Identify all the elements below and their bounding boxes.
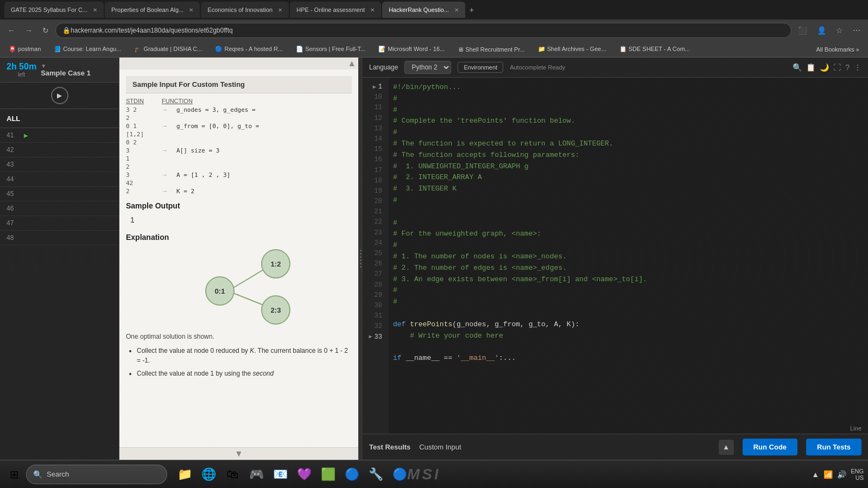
- line-num-42: 42: [7, 146, 20, 154]
- taskbar-app-files[interactable]: 📁: [174, 464, 195, 485]
- list-item[interactable]: 42: [0, 143, 119, 157]
- line-number-15: 15: [363, 144, 389, 155]
- code-line-32: [393, 341, 868, 353]
- bookmark-all[interactable]: All Bookmarks »: [812, 45, 864, 54]
- bookmark-shell[interactable]: 🖥 Shell Recruitment Pr...: [453, 45, 529, 54]
- scroll-up-btn[interactable]: ▲: [347, 59, 356, 68]
- help-icon[interactable]: ?: [845, 63, 850, 72]
- tab-boolean[interactable]: Properties of Boolean Alg... ✕: [105, 2, 200, 18]
- taskbar-app-game[interactable]: 🎮: [245, 464, 267, 485]
- search-bar[interactable]: 🔍 Search: [26, 465, 167, 484]
- custom-input-button[interactable]: Custom Input: [419, 443, 461, 451]
- autocomplete-btn[interactable]: Autocomplete Ready: [510, 64, 565, 71]
- bookmark-word[interactable]: 📝 Microsoft Word - 16...: [374, 45, 449, 54]
- back-button[interactable]: ←: [4, 24, 18, 37]
- taskbar-app-teams[interactable]: 💜: [293, 464, 315, 485]
- system-tray: ▲ 📶 🔊 ENG US: [812, 468, 864, 481]
- tab-hackerrank[interactable]: HackerRank Questio... ✕: [382, 2, 465, 18]
- line-number-30: 30: [363, 301, 389, 311]
- code-scroll-up-btn[interactable]: ▲: [719, 440, 734, 455]
- list-item[interactable]: 41 ▶: [0, 128, 119, 143]
- taskbar-app-mail[interactable]: 📧: [269, 464, 291, 485]
- code-line-28: #: [393, 296, 868, 308]
- line-num-44: 44: [7, 175, 20, 183]
- taskbar-app-browser[interactable]: 🌐: [198, 464, 219, 485]
- code-line-24: # 1. The number of nodes is <name>_nodes…: [393, 251, 868, 263]
- tab-economics-close[interactable]: ✕: [278, 7, 282, 13]
- taskbar-app-chrome[interactable]: 🔵: [341, 464, 363, 485]
- extensions-button[interactable]: ⬛: [795, 24, 810, 37]
- svg-text:MSI: MSI: [407, 466, 441, 483]
- run-tests-button[interactable]: Run Tests: [806, 439, 861, 455]
- bookmark-shell-archives[interactable]: 📁 Shell Archives - Gee...: [534, 45, 611, 54]
- tab-gate-close[interactable]: ✕: [93, 7, 97, 13]
- forward-button[interactable]: →: [22, 24, 36, 37]
- list-item[interactable]: 48: [0, 231, 119, 245]
- environment-button[interactable]: Environment: [458, 62, 503, 73]
- code-editor[interactable]: ▶ 1 10 11 12 13 14 15 16 17 18 19 20 21 …: [363, 78, 868, 434]
- tab-hackerrank-close[interactable]: ✕: [454, 7, 459, 13]
- list-item[interactable]: 45: [0, 187, 119, 201]
- code-line-11: #: [393, 105, 868, 116]
- sidebar-list: 41 ▶ 42 43 44 45 46 47: [0, 128, 119, 460]
- tab-bar: GATE 2025 Syllabus For C... ✕ Properties…: [0, 0, 868, 20]
- timer-text: 2h 50m: [7, 62, 36, 72]
- resize-handle[interactable]: [358, 58, 363, 460]
- tab-boolean-close[interactable]: ✕: [189, 7, 193, 13]
- line-number-21: 21: [363, 207, 389, 217]
- code-line-25: # 2. The number of edges is <name>_edges…: [393, 263, 868, 274]
- nav-circle-icon[interactable]: ▶: [51, 87, 68, 104]
- new-tab-button[interactable]: +: [466, 3, 477, 16]
- line-arrow-icon: ▶: [373, 83, 376, 92]
- main-content: 2h 50m left ▼ Sample Case 1 ▶ ALL 41: [0, 58, 868, 460]
- arrow-icon: →: [162, 172, 168, 179]
- resize-dot: [360, 250, 362, 251]
- test-results-button[interactable]: Test Results: [369, 443, 410, 451]
- line-number-19: 19: [363, 186, 389, 197]
- graph-container: 0:1 1:2 2:3: [126, 245, 352, 332]
- copy-icon[interactable]: 📋: [806, 63, 815, 72]
- line-num-41: 41: [7, 131, 20, 139]
- code-line-16: # 1. UNWEIGHTED_INTEGER_GRAPH g: [393, 161, 868, 173]
- volume-icon[interactable]: 🔊: [837, 470, 846, 479]
- tray-up-icon[interactable]: ▲: [812, 470, 819, 479]
- bookmark-reqres[interactable]: 🔵 Reqres - A hosted R...: [211, 45, 287, 54]
- code-lines[interactable]: #!/bin/python... # # # Complete the 'tre…: [389, 78, 868, 434]
- bookmark-sensors[interactable]: 📄 Sensors | Free Full-T...: [292, 45, 370, 54]
- resize-dots: [360, 250, 362, 268]
- taskbar-app-xbox[interactable]: 🟩: [317, 464, 339, 485]
- list-item[interactable]: 47: [0, 216, 119, 231]
- taskbar-app-store[interactable]: 🛍: [221, 464, 243, 485]
- language-select[interactable]: Python 2 Python 3 Java C++: [404, 61, 451, 74]
- run-code-button[interactable]: Run Code: [743, 439, 797, 455]
- list-item[interactable]: 46: [0, 201, 119, 216]
- bookmark-sde[interactable]: 📋 SDE SHEET - A Com...: [615, 45, 695, 54]
- list-item[interactable]: 43: [0, 157, 119, 172]
- code-line-33: if __name__ == '__main__':...: [393, 353, 868, 364]
- list-item[interactable]: 44: [0, 172, 119, 187]
- fullscreen-icon[interactable]: ⛶: [833, 63, 841, 72]
- code-line-31: # Write your code here: [393, 331, 868, 342]
- settings-button[interactable]: ⋯: [850, 24, 864, 37]
- scroll-down-btn[interactable]: ▼: [235, 449, 243, 459]
- tab-gate[interactable]: GATE 2025 Syllabus For C... ✕: [4, 2, 104, 18]
- tab-economics[interactable]: Economics of Innovation ✕: [201, 2, 289, 18]
- tab-hpe-close[interactable]: ✕: [370, 7, 375, 13]
- start-button[interactable]: ⊞: [4, 465, 24, 484]
- more-icon[interactable]: ⋮: [854, 63, 861, 72]
- moon-icon[interactable]: 🌙: [820, 63, 829, 72]
- network-icon[interactable]: 📶: [823, 470, 833, 479]
- address-bar[interactable]: 🔒 hackerrank.com/test/je4aan180da/questi…: [55, 23, 791, 38]
- bookmark-postman[interactable]: 📮 postman: [4, 45, 45, 54]
- code-line-20: [393, 206, 868, 218]
- refresh-button[interactable]: ↻: [39, 24, 52, 37]
- line-number-25: 25: [363, 249, 389, 259]
- favorites-button[interactable]: ☆: [833, 24, 846, 37]
- tab-hpe[interactable]: HPE - Online assessment ✕: [290, 2, 381, 18]
- editor-icons: 🔍 📋 🌙 ⛶ ? ⋮: [793, 63, 861, 72]
- bookmark-graduate[interactable]: 🎓 Graduate | DISHA C...: [130, 45, 206, 54]
- bookmark-angular[interactable]: 📘 Course: Learn Angu...: [49, 45, 125, 54]
- account-button[interactable]: 👤: [814, 24, 829, 37]
- zoom-icon[interactable]: 🔍: [793, 63, 802, 72]
- io-row: 2 → K = 2: [126, 188, 352, 195]
